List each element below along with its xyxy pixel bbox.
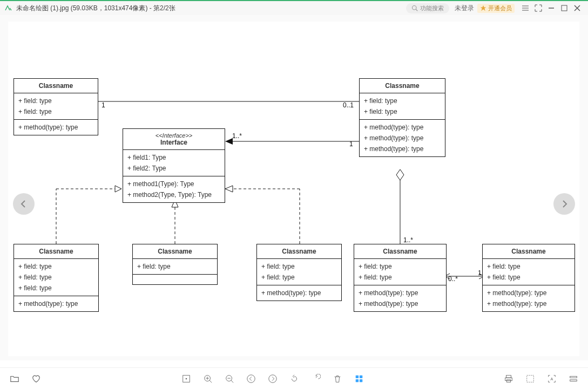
class-c1: Classname + field: type+ field: type + m… (13, 78, 98, 135)
class-name: Classname (257, 244, 341, 259)
svg-rect-7 (562, 5, 567, 11)
chevron-right-icon (560, 200, 569, 208)
menu-button[interactable] (519, 2, 532, 15)
login-text[interactable]: 未登录 (455, 4, 474, 13)
fullscreen-button[interactable] (532, 2, 545, 15)
app-icon (4, 4, 13, 12)
class-c8: Classname + field: type+ field: type + m… (482, 244, 575, 312)
class-c7: Classname + field: type+ field: type + m… (354, 244, 447, 312)
image-canvas[interactable]: 1 0..1 1..* 1 1..* 0..* 1 Classname + fi… (8, 22, 579, 356)
svg-marker-18 (115, 186, 121, 192)
svg-line-1 (416, 9, 417, 11)
multiplicity: 1..* (403, 236, 413, 244)
class-name: Classname (483, 244, 575, 259)
class-name: Classname (14, 244, 98, 259)
minimize-button[interactable] (545, 2, 558, 15)
class-c6: Classname + field: type+ field: type + m… (256, 244, 342, 301)
svg-marker-12 (225, 138, 233, 145)
canvas-area: 1 0..1 1..* 1 1..* 0..* 1 Classname + fi… (0, 15, 588, 360)
class-name: Classname (354, 244, 446, 259)
close-button[interactable] (571, 2, 584, 15)
search-box[interactable]: 功能搜索 (406, 3, 449, 13)
interface-c3: <<Interface>>Interface + field1: Type+ f… (123, 128, 225, 203)
svg-marker-13 (396, 169, 404, 180)
prev-image-button[interactable] (13, 193, 35, 215)
svg-marker-23 (225, 186, 233, 192)
svg-point-0 (413, 6, 417, 10)
titlebar: 未命名绘图 (1).jpg (59.03KB，1031x474像素) - 第2/… (0, 0, 588, 15)
multiplicity: 0..1 (343, 101, 354, 109)
multiplicity: 1 (102, 101, 105, 109)
search-icon (411, 5, 418, 11)
class-c4: Classname + field: type+ field: type+ fi… (13, 244, 99, 312)
search-placeholder: 功能搜索 (420, 4, 444, 12)
class-c5: Classname + field: type (132, 244, 218, 285)
chevron-left-icon (19, 200, 28, 208)
multiplicity: 1..* (232, 132, 242, 140)
multiplicity: 1 (349, 140, 353, 148)
class-name: <<Interface>>Interface (123, 129, 225, 150)
class-c2: Classname + field: type+ field: type + m… (359, 78, 445, 157)
class-name: Classname (133, 244, 217, 259)
maximize-button[interactable] (558, 2, 571, 15)
next-image-button[interactable] (553, 193, 575, 215)
svg-marker-2 (481, 5, 486, 11)
vip-badge[interactable]: 开通会员 (477, 4, 515, 13)
multiplicity: 1 (478, 269, 482, 277)
class-name: Classname (14, 79, 98, 93)
vip-icon (480, 5, 486, 11)
window-title: 未命名绘图 (1).jpg (59.03KB，1031x474像素) - 第2/… (16, 4, 175, 13)
class-name: Classname (360, 79, 445, 93)
multiplicity: 0..* (448, 275, 458, 283)
